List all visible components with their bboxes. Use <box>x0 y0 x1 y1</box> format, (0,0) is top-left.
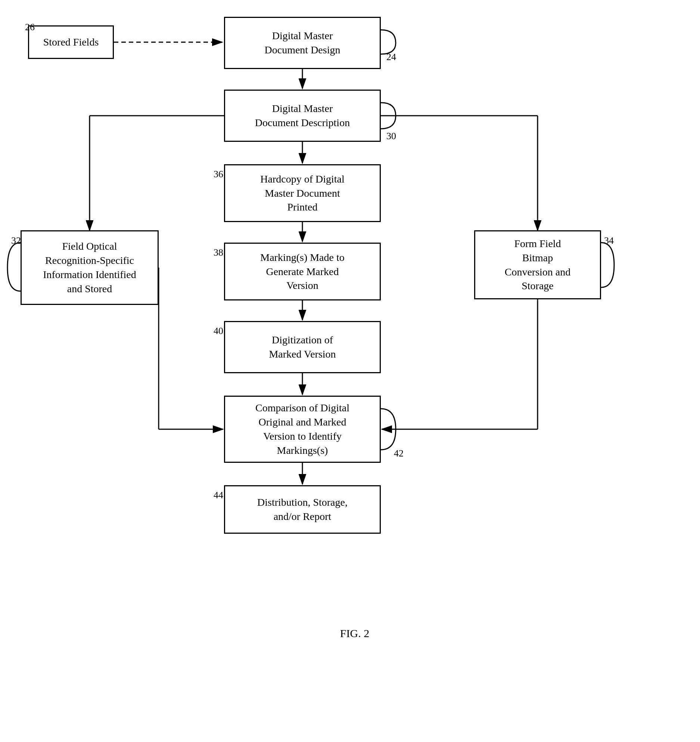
hardcopy-printed-box: Hardcopy of DigitalMaster DocumentPrinte… <box>224 164 381 222</box>
label-44: 44 <box>214 490 223 501</box>
figure-label: FIG. 2 <box>280 627 429 640</box>
digitization-box: Digitization ofMarked Version <box>224 321 381 373</box>
markings-made-box: Marking(s) Made toGenerate MarkedVersion <box>224 243 381 300</box>
field-optical-box: Field OpticalRecognition-SpecificInforma… <box>21 230 159 305</box>
label-40: 40 <box>214 325 223 337</box>
digitization-label: Digitization ofMarked Version <box>269 333 336 361</box>
digital-master-design-box: Digital MasterDocument Design <box>224 17 381 69</box>
hardcopy-printed-label: Hardcopy of DigitalMaster DocumentPrinte… <box>260 172 345 214</box>
label-30: 30 <box>386 131 396 142</box>
label-36: 36 <box>214 169 223 180</box>
comparison-box: Comparison of DigitalOriginal and Marked… <box>224 396 381 463</box>
diagram-container: Stored Fields Digital MasterDocument Des… <box>0 0 700 742</box>
markings-made-label: Marking(s) Made toGenerate MarkedVersion <box>260 250 345 293</box>
stored-fields-label: Stored Fields <box>43 35 99 49</box>
label-34: 34 <box>604 235 614 246</box>
digital-master-design-label: Digital MasterDocument Design <box>265 29 340 57</box>
comparison-label: Comparison of DigitalOriginal and Marked… <box>255 401 349 457</box>
form-field-bitmap-label: Form FieldBitmapConversion andStorage <box>505 237 571 293</box>
distribution-box: Distribution, Storage,and/or Report <box>224 485 381 534</box>
form-field-bitmap-box: Form FieldBitmapConversion andStorage <box>474 230 601 299</box>
field-optical-label: Field OpticalRecognition-SpecificInforma… <box>43 239 136 296</box>
label-24: 24 <box>386 52 396 63</box>
label-32: 32 <box>11 235 21 246</box>
label-26: 26 <box>25 22 35 33</box>
label-38: 38 <box>214 247 223 258</box>
digital-master-description-label: Digital MasterDocument Description <box>255 102 350 130</box>
stored-fields-box: Stored Fields <box>28 25 114 59</box>
label-42: 42 <box>394 448 404 459</box>
distribution-label: Distribution, Storage,and/or Report <box>257 495 348 524</box>
digital-master-description-box: Digital MasterDocument Description <box>224 90 381 142</box>
